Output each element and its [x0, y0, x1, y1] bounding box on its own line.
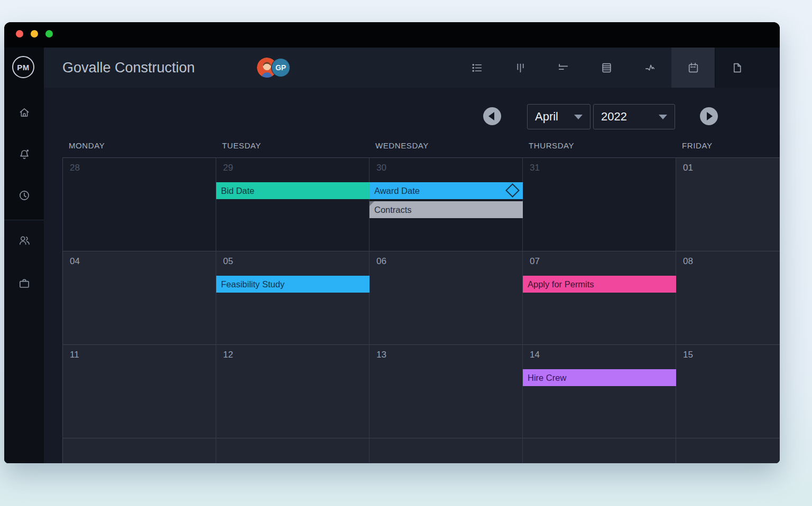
day-number: 12 — [223, 350, 369, 360]
calendar-day-cell[interactable]: 08 — [676, 251, 780, 345]
portfolio-briefcase-icon — [17, 277, 31, 291]
calendar-day-cell[interactable]: 01 — [676, 158, 780, 251]
avatar-initials-text: GP — [275, 63, 286, 72]
project-header: Govalle Construction GP — [44, 48, 780, 88]
calendar-day-cell[interactable]: 15 — [676, 345, 780, 438]
event-label: Contracts — [374, 205, 412, 214]
sidebar-lower-section — [4, 220, 44, 463]
sidebar-item-notifications[interactable] — [4, 144, 44, 165]
activity-view-icon — [643, 61, 657, 74]
day-number: 06 — [376, 256, 522, 267]
event-bar-bid-date[interactable]: Bid Date — [216, 182, 370, 199]
calendar-day-cell[interactable] — [216, 438, 370, 463]
day-number: 14 — [530, 350, 676, 360]
sidebar-divider — [4, 220, 44, 220]
calendar-day-cell[interactable]: 13 — [370, 345, 523, 438]
day-header-thursday: THURSDAY — [529, 141, 574, 150]
sheet-view-icon — [600, 61, 613, 74]
tab-sheet-view[interactable] — [585, 48, 628, 88]
event-label: Hire Crew — [528, 373, 566, 382]
calendar-day-cell[interactable]: 04 — [63, 251, 216, 345]
project-title: Govalle Construction — [62, 60, 195, 76]
month-select-value: April — [535, 110, 558, 124]
event-label: Award Date — [374, 186, 420, 195]
day-number: 08 — [683, 256, 780, 267]
gantt-view-icon — [557, 61, 570, 74]
pm-logo[interactable]: PM — [12, 56, 34, 78]
event-bar-award-date[interactable]: Award Date — [370, 182, 523, 199]
day-header-wednesday: WEDNESDAY — [375, 141, 429, 150]
tab-board-view[interactable] — [499, 48, 542, 88]
project-members[interactable]: GP — [257, 58, 295, 78]
calendar-day-cell[interactable]: 14 — [523, 345, 676, 438]
event-label: Feasibility Study — [221, 279, 284, 289]
day-number: 13 — [376, 350, 522, 360]
calendar-day-cell[interactable]: 31 — [523, 158, 676, 251]
sidebar-item-portfolio[interactable] — [4, 273, 44, 294]
calendar-day-cell[interactable]: 06 — [370, 251, 523, 345]
member-avatar-initials[interactable]: GP — [271, 58, 290, 77]
minimize-window-button[interactable] — [31, 30, 38, 38]
year-select[interactable]: 2022 — [593, 104, 675, 129]
docs-view-icon — [731, 61, 744, 74]
calendar-content: April 2022 MONDAYTUESDAYWEDNESDAYTHURSDA… — [44, 88, 780, 463]
close-window-button[interactable] — [16, 30, 23, 38]
tab-activity-view[interactable] — [628, 48, 671, 88]
calendar-day-cell[interactable]: 11 — [63, 345, 216, 438]
event-bar-contracts[interactable]: Contracts — [370, 201, 523, 218]
day-number: 31 — [530, 163, 676, 173]
day-number: 15 — [683, 350, 780, 360]
chevron-down-icon — [659, 115, 667, 119]
day-number: 05 — [223, 256, 369, 267]
day-of-week-header-row: MONDAYTUESDAYWEDNESDAYTHURSDAYFRIDAY — [62, 141, 780, 152]
sidebar-item-time[interactable] — [4, 185, 44, 206]
calendar-day-cell[interactable]: 12 — [216, 345, 370, 438]
notifications-bell-icon — [17, 147, 31, 161]
chevron-down-icon — [574, 115, 583, 119]
calendar-day-cell[interactable]: 29 — [216, 158, 370, 251]
calendar-view-icon — [687, 61, 700, 74]
milestone-diamond-icon — [505, 183, 520, 198]
tab-list-view[interactable] — [455, 48, 499, 88]
day-number: 07 — [530, 256, 676, 267]
day-number: 01 — [683, 163, 780, 173]
calendar-day-cell[interactable] — [676, 438, 780, 463]
home-icon — [17, 106, 31, 119]
arrow-right-icon — [707, 112, 713, 120]
event-label: Bid Date — [221, 186, 254, 195]
day-number: 11 — [70, 350, 216, 360]
app-sidebar: PM — [4, 48, 44, 463]
event-bar-hire-crew[interactable]: Hire Crew — [523, 369, 676, 386]
notification-badge-dot — [26, 149, 29, 152]
clock-icon — [17, 189, 31, 202]
day-number: 28 — [70, 163, 216, 173]
list-view-icon — [470, 61, 484, 74]
calendar-day-cell[interactable] — [370, 438, 523, 463]
month-select[interactable]: April — [527, 104, 590, 129]
tab-docs-view[interactable] — [715, 48, 759, 88]
day-header-friday: FRIDAY — [682, 141, 713, 150]
sidebar-item-home[interactable] — [4, 102, 44, 123]
tab-calendar-view[interactable] — [671, 48, 715, 88]
calendar-day-cell[interactable]: 05 — [216, 251, 370, 345]
prev-month-button[interactable] — [483, 107, 501, 125]
year-select-value: 2022 — [601, 110, 627, 124]
calendar-day-cell[interactable] — [523, 438, 676, 463]
event-label: Apply for Permits — [528, 279, 594, 289]
arrow-left-icon — [488, 112, 494, 120]
calendar-day-cell[interactable]: 28 — [63, 158, 216, 251]
tab-gantt-view[interactable] — [541, 48, 585, 88]
calendar-day-cell[interactable]: 07 — [523, 251, 676, 345]
event-bar-apply-for-permits[interactable]: Apply for Permits — [523, 276, 676, 293]
event-bar-feasibility-study[interactable]: Feasibility Study — [216, 276, 370, 293]
day-header-tuesday: TUESDAY — [222, 141, 261, 150]
day-header-monday: MONDAY — [69, 141, 105, 150]
pm-logo-text: PM — [17, 63, 30, 72]
app-window: PM — [4, 22, 780, 463]
zoom-window-button[interactable] — [45, 30, 53, 38]
next-month-button[interactable] — [700, 107, 718, 125]
day-number: 29 — [223, 163, 369, 173]
sidebar-item-team[interactable] — [4, 230, 44, 251]
calendar-day-cell[interactable] — [63, 438, 216, 463]
day-number: 30 — [376, 163, 522, 173]
